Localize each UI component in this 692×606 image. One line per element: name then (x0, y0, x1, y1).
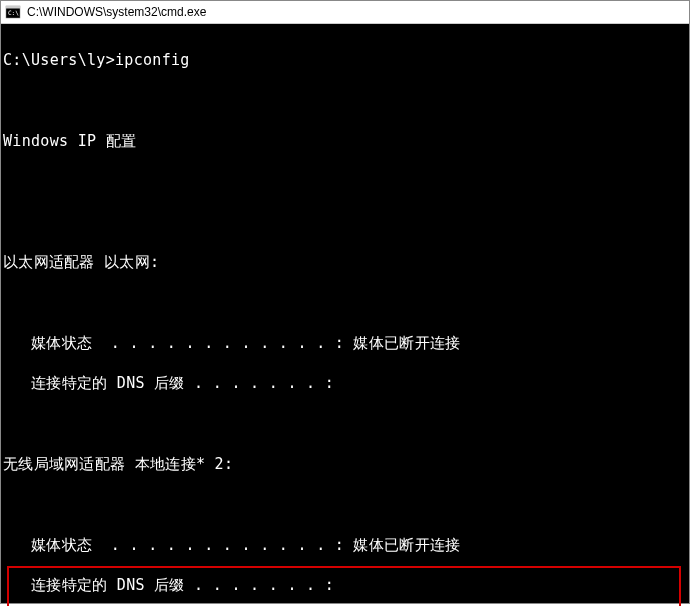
output-line: 媒体状态 . . . . . . . . . . . . : 媒体已断开连接 (1, 535, 689, 555)
svg-text:C:\: C:\ (8, 9, 19, 16)
terminal-output[interactable]: C:\Users\ly>ipconfig Windows IP 配置 以太网适配… (1, 24, 689, 603)
output-line: 连接特定的 DNS 后缀 . . . . . . . : (1, 373, 689, 393)
output-line: 连接特定的 DNS 后缀 . . . . . . . : (1, 575, 689, 595)
command: ipconfig (115, 51, 190, 69)
cmd-window: C:\ C:\WINDOWS\system32\cmd.exe C:\Users… (0, 0, 690, 604)
prompt: C:\Users\ly> (3, 51, 115, 69)
title-bar[interactable]: C:\ C:\WINDOWS\system32\cmd.exe (1, 1, 689, 24)
ipconfig-header: Windows IP 配置 (1, 131, 689, 151)
window-title: C:\WINDOWS\system32\cmd.exe (27, 5, 206, 19)
output-line: 媒体状态 . . . . . . . . . . . . : 媒体已断开连接 (1, 333, 689, 353)
adapter-title: 以太网适配器 以太网: (1, 252, 689, 272)
adapter-title: 无线局域网适配器 本地连接* 2: (1, 454, 689, 474)
prompt-line: C:\Users\ly>ipconfig (1, 50, 689, 70)
cmd-icon: C:\ (5, 4, 21, 20)
